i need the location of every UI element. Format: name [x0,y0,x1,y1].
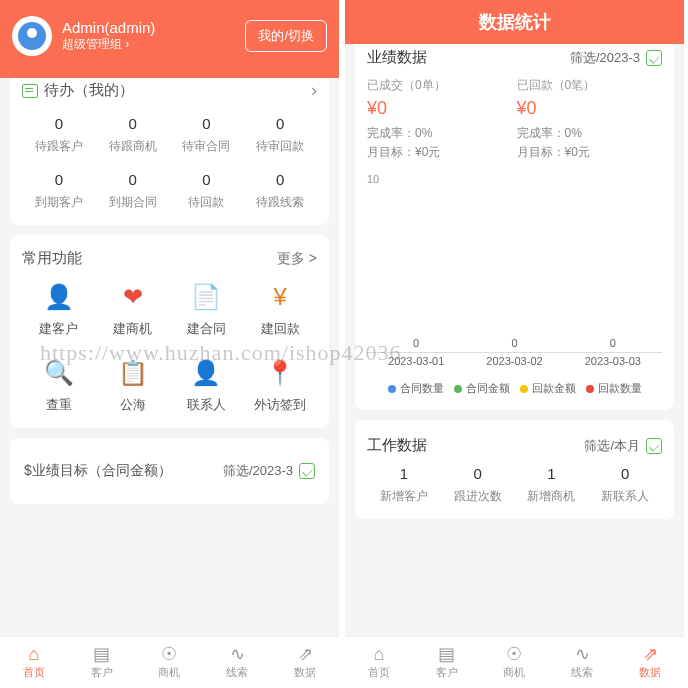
work-title: 工作数据 [367,436,427,455]
filter-icon [646,438,662,454]
x-tick: 2023-03-03 [585,355,641,367]
func-item[interactable]: ❤建商机 [96,282,170,338]
target-filter[interactable]: 筛选/2023-3 [223,462,315,480]
todo-item[interactable]: 0待回款 [170,171,244,211]
funcs-card: 常用功能 更多 > 👤建客户❤建商机📄建合同¥建回款🔍查重📋公海👤联系人📍外访签… [10,235,329,428]
switch-button[interactable]: 我的/切换 [245,20,327,52]
tab-线索[interactable]: ∿线索 [548,637,616,688]
legend-item: 回款金额 [520,381,576,396]
todo-item[interactable]: 0到期客户 [22,171,96,211]
deal-goal: 月目标：¥0元 [367,144,513,161]
stats-header: 数据统计 [345,0,684,44]
tabbar: ⌂首页▤客户☉商机∿线索⇗数据 [0,636,339,688]
todo-item[interactable]: 0到期合同 [96,171,170,211]
todo-item[interactable]: 0待审回款 [243,115,317,155]
perf-filter[interactable]: 筛选/2023-3 [570,49,662,67]
tab-icon: ∿ [575,645,590,663]
todo-item[interactable]: 0待跟客户 [22,115,96,155]
tab-数据[interactable]: ⇗数据 [271,637,339,688]
tab-icon: ☉ [161,645,177,663]
x-tick: 2023-03-01 [388,355,444,367]
func-item[interactable]: 👤联系人 [170,358,244,414]
work-item[interactable]: 0新联系人 [588,465,662,505]
deal-rate: 完成率：0% [367,125,513,142]
avatar [12,16,52,56]
filter-icon [299,463,315,479]
todo-card: 待办（我的） › 0待跟客户0待跟商机0待审合同0待审回款0到期客户0到期合同0… [10,78,329,225]
header: Admin(admin) 超级管理组 › 我的/切换 [0,0,339,78]
func-item[interactable]: 👤建客户 [22,282,96,338]
func-item[interactable]: 📍外访签到 [243,358,317,414]
todo-item[interactable]: 0待跟线索 [243,171,317,211]
todo-icon [22,84,38,98]
tab-商机[interactable]: ☉商机 [136,637,204,688]
legend-item: 回款数量 [586,381,642,396]
work-item[interactable]: 1新增客户 [367,465,441,505]
tab-icon: ⇗ [298,645,313,663]
tab-首页[interactable]: ⌂首页 [0,637,68,688]
chevron-right-icon[interactable]: › [311,80,317,101]
tab-icon: ☉ [506,645,522,663]
perf-chart: 10 [367,173,662,353]
back-sub: 已回款（0笔） [517,77,663,94]
back-rate: 完成率：0% [517,125,663,142]
todo-item[interactable]: 0待跟商机 [96,115,170,155]
tab-icon: ⌂ [28,645,39,663]
work-item[interactable]: 0跟进次数 [441,465,515,505]
tab-客户[interactable]: ▤客户 [413,637,481,688]
func-item[interactable]: 📋公海 [96,358,170,414]
left-screen: Admin(admin) 超级管理组 › 我的/切换 待办（我的） › 0待跟客… [0,0,339,688]
tabbar: ⌂首页▤客户☉商机∿线索⇗数据 [345,636,684,688]
deal-sub: 已成交（0单） [367,77,513,94]
y-tick: 10 [367,173,379,185]
back-goal: 月目标：¥0元 [517,144,663,161]
todo-item[interactable]: 0待审合同 [170,115,244,155]
tab-icon: ⇗ [643,645,658,663]
target-card: $业绩目标（合同金额） 筛选/2023-3 [10,438,329,504]
right-screen: 数据统计 业绩数据 筛选/2023-3 已成交（0单） ¥0 完成率：0% 月目… [345,0,684,688]
legend-item: 合同数量 [388,381,444,396]
work-card: 工作数据 筛选/本月 1新增客户0跟进次数1新增商机0新联系人 [355,420,674,519]
todo-title: 待办（我的） [44,81,134,100]
tab-客户[interactable]: ▤客户 [68,637,136,688]
work-filter[interactable]: 筛选/本月 [584,437,662,455]
legend-item: 合同金额 [454,381,510,396]
user-info[interactable]: Admin(admin) 超级管理组 › [12,16,155,56]
tab-icon: ∿ [230,645,245,663]
more-button[interactable]: 更多 > [277,250,317,268]
back-amount: ¥0 [517,98,663,119]
tab-数据[interactable]: ⇗数据 [616,637,684,688]
tab-icon: ⌂ [373,645,384,663]
func-item[interactable]: 🔍查重 [22,358,96,414]
perf-title: 业绩数据 [367,48,427,67]
perf-card: 业绩数据 筛选/2023-3 已成交（0单） ¥0 完成率：0% 月目标：¥0元… [355,44,674,410]
tab-首页[interactable]: ⌂首页 [345,637,413,688]
deal-amount: ¥0 [367,98,513,119]
tab-icon: ▤ [93,645,110,663]
work-item[interactable]: 1新增商机 [515,465,589,505]
tab-线索[interactable]: ∿线索 [203,637,271,688]
funcs-title: 常用功能 [22,249,82,268]
func-item[interactable]: ¥建回款 [243,282,317,338]
target-label: $业绩目标（合同金额） [24,462,172,480]
x-tick: 2023-03-02 [486,355,542,367]
user-role: 超级管理组 › [62,36,155,53]
filter-icon [646,50,662,66]
tab-商机[interactable]: ☉商机 [481,637,549,688]
user-name: Admin(admin) [62,19,155,36]
func-item[interactable]: 📄建合同 [170,282,244,338]
tab-icon: ▤ [438,645,455,663]
